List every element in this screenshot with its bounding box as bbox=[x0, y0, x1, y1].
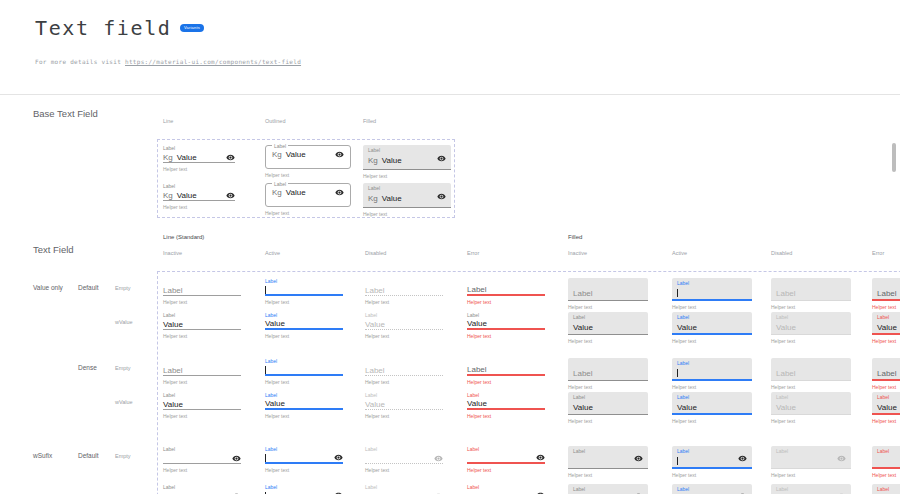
filled-input[interactable]: Label bbox=[568, 446, 648, 469]
field-input[interactable] bbox=[265, 365, 343, 376]
eye-icon[interactable] bbox=[232, 454, 241, 463]
line-disabled-field[interactable]: LabelValueHelper text bbox=[365, 312, 443, 339]
filled-inactive-field[interactable]: LabelValueHelper text bbox=[568, 392, 648, 424]
field-input[interactable]: Value bbox=[265, 319, 343, 330]
eye-icon[interactable] bbox=[335, 188, 344, 197]
line-inactive-field[interactable]: LabelValueHelper text bbox=[163, 392, 241, 419]
base-filled-field[interactable]: LabelKgValueHelper text bbox=[363, 145, 451, 179]
field-input[interactable]: Label bbox=[163, 285, 241, 296]
field-input[interactable]: Label bbox=[467, 285, 545, 296]
filled-input[interactable]: Label bbox=[672, 446, 752, 469]
filled-active-field[interactable]: LabelHelper text bbox=[672, 358, 752, 390]
filled-inactive-field[interactable]: LabelHelper text bbox=[568, 446, 648, 478]
field-input[interactable] bbox=[163, 453, 241, 464]
eye-icon[interactable] bbox=[434, 454, 443, 463]
filled-input[interactable]: LabelKgValue bbox=[363, 145, 451, 170]
line-active-field[interactable]: LabelHelper text bbox=[265, 358, 343, 385]
filled-input[interactable]: Label bbox=[672, 484, 752, 494]
filled-input[interactable]: LabelValue bbox=[872, 392, 900, 415]
line-disabled-field[interactable]: LabelHelper text bbox=[365, 278, 443, 305]
filled-input[interactable]: LabelValue bbox=[568, 312, 648, 335]
line-inactive-field[interactable]: LabelValueHelper text bbox=[163, 312, 241, 339]
base-line-field[interactable]: LabelKgValueHelper text bbox=[163, 145, 235, 172]
filled-active-field[interactable]: Label bbox=[672, 484, 752, 494]
line-inactive-field[interactable]: LabelHelper text bbox=[163, 446, 241, 473]
eye-icon[interactable] bbox=[437, 154, 446, 163]
eye-icon[interactable] bbox=[226, 191, 235, 200]
filled-input[interactable]: Label bbox=[872, 358, 900, 381]
eye-icon[interactable] bbox=[738, 454, 747, 463]
eye-icon[interactable] bbox=[335, 150, 344, 159]
filled-input[interactable]: Label bbox=[672, 278, 752, 301]
outlined-input[interactable]: LabelKgValue bbox=[265, 145, 351, 169]
line-disabled-field[interactable]: LabelHelper text bbox=[365, 446, 443, 473]
eye-icon[interactable] bbox=[634, 454, 643, 463]
line-active-field[interactable]: LabelHelper text bbox=[265, 278, 343, 305]
field-input[interactable]: Label bbox=[467, 365, 545, 376]
field-input[interactable]: Label bbox=[365, 285, 443, 296]
line-error-field[interactable]: LabelHelper text bbox=[467, 278, 545, 305]
filled-error-field[interactable]: Label bbox=[872, 484, 900, 494]
filled-input[interactable]: LabelKgValue bbox=[363, 183, 451, 208]
filled-input[interactable]: Label bbox=[771, 278, 851, 301]
line-active-field[interactable]: LabelValueHelper text bbox=[265, 392, 343, 419]
filled-error-field[interactable]: LabelHelper text bbox=[872, 358, 900, 390]
eye-icon[interactable] bbox=[837, 454, 846, 463]
filled-input[interactable]: LabelValue bbox=[672, 312, 752, 335]
filled-input[interactable]: LabelValue bbox=[771, 392, 851, 415]
base-outlined-field[interactable]: LabelKgValueHelper text bbox=[265, 183, 351, 216]
line-active-field[interactable]: LabelValueHelper text bbox=[265, 312, 343, 339]
filled-inactive-field[interactable]: LabelValueHelper text bbox=[568, 312, 648, 344]
outlined-input[interactable]: LabelKgValue bbox=[265, 183, 351, 207]
filled-input[interactable]: Label bbox=[568, 278, 648, 301]
field-input[interactable] bbox=[365, 453, 443, 464]
filled-error-field[interactable]: LabelValueHelper text bbox=[872, 392, 900, 424]
filled-inactive-field[interactable]: Label bbox=[568, 484, 648, 494]
filled-input[interactable]: LabelValue bbox=[872, 312, 900, 335]
filled-disabled-field[interactable]: LabelValueHelper text bbox=[771, 392, 851, 424]
line-inactive-field[interactable]: Label bbox=[163, 484, 241, 494]
filled-input[interactable]: LabelValue bbox=[568, 392, 648, 415]
field-input[interactable] bbox=[265, 285, 343, 296]
field-input[interactable]: Label bbox=[365, 365, 443, 376]
field-input[interactable] bbox=[265, 453, 343, 464]
filled-input[interactable]: Label bbox=[872, 278, 900, 301]
base-filled-field[interactable]: LabelKgValueHelper text bbox=[363, 183, 451, 217]
field-input[interactable]: KgValue bbox=[163, 190, 235, 201]
line-error-field[interactable]: Label bbox=[467, 484, 545, 494]
filled-disabled-field[interactable]: LabelValueHelper text bbox=[771, 312, 851, 344]
filled-error-field[interactable]: LabelHelper text bbox=[872, 278, 900, 310]
eye-icon[interactable] bbox=[334, 453, 343, 462]
filled-inactive-field[interactable]: LabelHelper text bbox=[568, 358, 648, 390]
docs-link[interactable]: https://material-ui.com/components/text-… bbox=[125, 58, 301, 65]
field-input[interactable]: KgValue bbox=[163, 152, 235, 163]
field-input[interactable]: Value bbox=[365, 319, 443, 330]
line-disabled-field[interactable]: LabelHelper text bbox=[365, 358, 443, 385]
filled-input[interactable]: Label bbox=[771, 358, 851, 381]
filled-error-field[interactable]: LabelValueHelper text bbox=[872, 312, 900, 344]
filled-inactive-field[interactable]: LabelHelper text bbox=[568, 278, 648, 310]
field-input[interactable] bbox=[467, 453, 545, 464]
filled-error-field[interactable]: LabelHelper text bbox=[872, 446, 900, 478]
base-line-field[interactable]: LabelKgValueHelper text bbox=[163, 183, 235, 210]
filled-input[interactable]: Label bbox=[672, 358, 752, 381]
eye-icon[interactable] bbox=[226, 153, 235, 162]
filled-active-field[interactable]: LabelValueHelper text bbox=[672, 392, 752, 424]
filled-input[interactable]: Label bbox=[872, 446, 900, 469]
line-error-field[interactable]: LabelValueHelper text bbox=[467, 312, 545, 339]
field-input[interactable]: Value bbox=[365, 399, 443, 410]
field-input[interactable]: Label bbox=[163, 365, 241, 376]
field-input[interactable]: Value bbox=[467, 319, 545, 330]
filled-active-field[interactable]: LabelHelper text bbox=[672, 278, 752, 310]
filled-input[interactable]: Label bbox=[568, 358, 648, 381]
filled-active-field[interactable]: LabelHelper text bbox=[672, 446, 752, 478]
filled-disabled-field[interactable]: LabelHelper text bbox=[771, 446, 851, 478]
filled-input[interactable]: LabelValue bbox=[771, 312, 851, 335]
line-active-field[interactable]: LabelHelper text bbox=[265, 446, 343, 473]
filled-input[interactable]: Label bbox=[568, 484, 648, 494]
line-inactive-field[interactable]: LabelHelper text bbox=[163, 278, 241, 305]
line-active-field[interactable]: Label bbox=[265, 484, 343, 494]
line-disabled-field[interactable]: Label bbox=[365, 484, 443, 494]
line-error-field[interactable]: LabelHelper text bbox=[467, 358, 545, 385]
scrollbar-thumb[interactable] bbox=[892, 143, 896, 172]
